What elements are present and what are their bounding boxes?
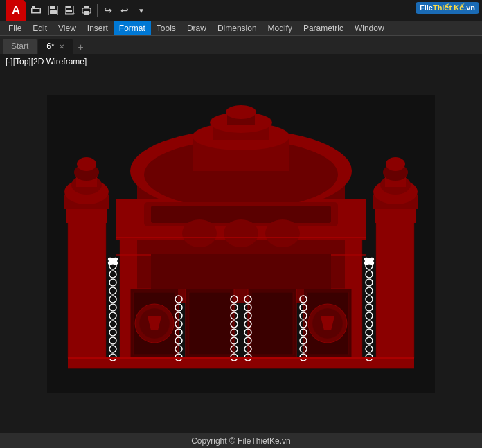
svg-rect-7 — [50, 6, 55, 9]
view-label: [-][Top][2D Wireframe] — [6, 57, 87, 66]
menu-draw[interactable]: Draw — [181, 21, 212, 35]
svg-rect-8 — [50, 10, 57, 14]
svg-rect-14 — [84, 6, 89, 8]
print-icon[interactable] — [79, 3, 94, 18]
tab-drawing[interactable]: 6* ✕ — [38, 39, 72, 54]
svg-rect-11 — [66, 10, 72, 12]
svg-point-64 — [182, 219, 217, 247]
copyright-text: Copyright © FileThietKe.vn — [191, 436, 291, 446]
menu-parametric[interactable]: Parametric — [298, 21, 349, 35]
svg-point-49 — [226, 105, 256, 119]
toolbar-separator-1 — [97, 4, 98, 17]
menu-view[interactable]: View — [53, 21, 82, 35]
tab-start[interactable]: Start — [3, 39, 37, 54]
svg-rect-137 — [151, 254, 331, 289]
svg-point-125 — [111, 259, 115, 263]
undo-icon[interactable]: ↩ — [100, 3, 116, 18]
menu-tools[interactable]: Tools — [151, 21, 181, 35]
tabbar: Start 6* ✕ + — [0, 36, 482, 54]
tab-add-button[interactable]: + — [74, 40, 88, 54]
svg-rect-55 — [251, 292, 293, 355]
menu-modify[interactable]: Modify — [262, 21, 298, 35]
autocad-logo: A — [6, 0, 26, 21]
tab-drawing-label: 6* — [46, 42, 54, 51]
menu-file[interactable]: File — [3, 21, 27, 35]
save-icon[interactable] — [46, 3, 61, 18]
drawing-svg — [47, 95, 435, 393]
canvas-area[interactable]: [-][Top][2D Wireframe] — [0, 54, 482, 433]
svg-point-65 — [224, 219, 258, 247]
svg-text:+: + — [72, 11, 75, 15]
menu-insert[interactable]: Insert — [82, 21, 114, 35]
menu-window[interactable]: Window — [349, 21, 390, 35]
svg-rect-15 — [84, 11, 89, 15]
statusbar: Copyright © FileThietKe.vn — [0, 433, 482, 448]
svg-point-33 — [386, 157, 405, 171]
svg-rect-17 — [68, 358, 414, 368]
tab-start-label: Start — [11, 42, 28, 51]
drawing-container — [0, 54, 482, 433]
tab-close-icon[interactable]: ✕ — [59, 43, 64, 51]
svg-point-66 — [265, 219, 300, 247]
titlebar: A + — [0, 0, 482, 21]
save-as-icon[interactable]: + — [62, 3, 78, 18]
svg-rect-135 — [116, 237, 366, 238]
redo-dropdown-icon[interactable]: ▼ — [134, 3, 149, 18]
svg-rect-10 — [66, 6, 71, 8]
open-folder-icon[interactable] — [29, 3, 44, 18]
watermark: FileThiết Kế.vn — [416, 2, 479, 14]
watermark-text: FileThiết Kế.vn — [420, 3, 475, 12]
svg-point-134 — [367, 259, 371, 263]
svg-marker-4 — [31, 8, 41, 9]
menu-format[interactable]: Format — [114, 21, 151, 35]
menu-edit[interactable]: Edit — [27, 21, 53, 35]
menubar: File Edit View Insert Format Tools Draw … — [0, 21, 482, 36]
svg-rect-5 — [32, 6, 35, 8]
menu-dimension[interactable]: Dimension — [212, 21, 262, 35]
svg-rect-2 — [31, 12, 41, 14]
svg-rect-26 — [376, 219, 414, 358]
svg-rect-53 — [189, 292, 231, 355]
toolbar: + ↩ ↩ ▼ — [29, 3, 476, 18]
svg-point-25 — [77, 157, 96, 171]
svg-rect-18 — [68, 219, 106, 358]
redo-icon[interactable]: ↩ — [117, 3, 132, 18]
